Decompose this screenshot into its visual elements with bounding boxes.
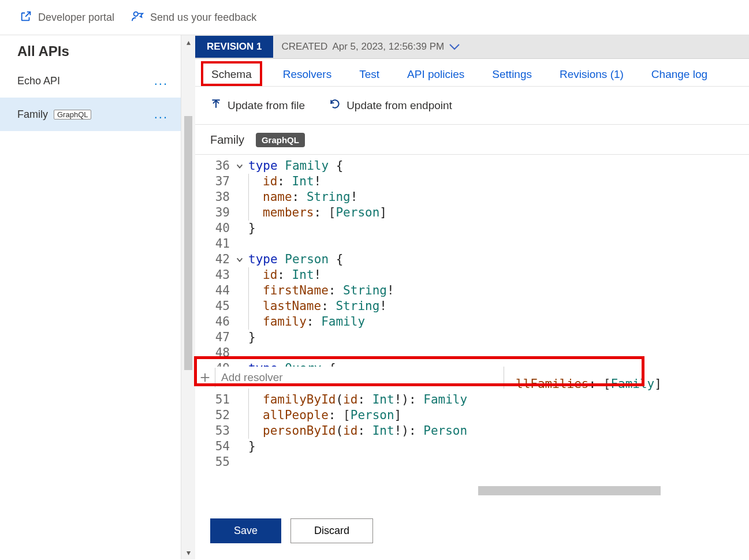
update-from-file-label: Update from file: [228, 99, 305, 112]
line-number: 41: [195, 236, 236, 252]
code-line[interactable]: 53personById(id: Int!): Person: [195, 423, 749, 439]
code-content: id: Int!: [263, 267, 321, 283]
update-from-endpoint-button[interactable]: Update from endpoint: [329, 98, 452, 113]
tab-bar: Schema Resolvers Test API policies Setti…: [195, 59, 749, 87]
revision-bar: REVISION 1 CREATED Apr 5, 2023, 12:56:39…: [195, 35, 749, 59]
line-number: 37: [195, 174, 236, 189]
update-from-endpoint-label: Update from endpoint: [346, 99, 452, 112]
line-number: 39: [195, 205, 236, 221]
line-number: 40: [195, 221, 236, 236]
code-content: }: [248, 221, 256, 236]
schema-title-row: Family GraphQL: [195, 125, 749, 155]
revision-created-value: Apr 5, 2023, 12:56:39 PM: [332, 41, 444, 53]
indent-guide: [248, 283, 256, 298]
feedback-link[interactable]: Send us your feedback: [131, 10, 256, 25]
code-content: }: [248, 439, 256, 454]
scroll-down-icon[interactable]: ▾: [187, 548, 191, 557]
update-from-file-button[interactable]: Update from file: [210, 98, 305, 113]
sidebar-item-echo-api[interactable]: Echo API ...: [0, 64, 181, 98]
line-number: 54: [195, 439, 236, 454]
code-line[interactable]: 51familyById(id: Int!): Family: [195, 392, 749, 408]
indent-guide: [248, 314, 256, 330]
code-content: allPeople: [Person]: [263, 408, 401, 423]
code-content: family: Family: [263, 314, 365, 330]
indent-guide: [248, 423, 256, 439]
main-panel: REVISION 1 CREATED Apr 5, 2023, 12:56:39…: [195, 35, 749, 559]
sidebar-item-family[interactable]: Family GraphQL ...: [0, 98, 181, 131]
editor-horizontal-scrollbar[interactable]: [478, 486, 661, 495]
code-content: lastName: String!: [263, 298, 387, 314]
code-line[interactable]: 55: [195, 454, 749, 470]
tab-test[interactable]: Test: [359, 67, 379, 86]
code-line[interactable]: 38name: String!: [195, 189, 749, 205]
code-line[interactable]: 43id: Int!: [195, 267, 749, 283]
tab-change-log[interactable]: Change log: [651, 67, 707, 86]
developer-portal-link[interactable]: Developer portal: [20, 10, 114, 25]
line-number: 44: [195, 283, 236, 298]
code-content: members: [Person]: [263, 205, 387, 221]
code-line[interactable]: 54}: [195, 439, 749, 454]
code-line[interactable]: 47}: [195, 330, 749, 345]
indent-guide: [248, 408, 256, 423]
indent-guide: [248, 392, 256, 408]
save-button[interactable]: Save: [210, 518, 281, 543]
code-line[interactable]: 42type Person {: [195, 252, 749, 267]
code-line[interactable]: 37id: Int!: [195, 174, 749, 189]
code-line[interactable]: 39members: [Person]: [195, 205, 749, 221]
fold-icon[interactable]: [236, 252, 248, 264]
indent-guide: [248, 298, 256, 314]
fold-icon[interactable]: [236, 159, 248, 170]
indent-guide: [248, 189, 256, 205]
code-line[interactable]: 52allPeople: [Person]: [195, 408, 749, 423]
indent-guide: [248, 174, 256, 189]
tab-resolvers[interactable]: Resolvers: [283, 67, 331, 86]
code-line[interactable]: 36type Family {: [195, 158, 749, 174]
scroll-thumb[interactable]: [184, 116, 192, 370]
code-line[interactable]: 48: [195, 345, 749, 361]
code-editor[interactable]: 36type Family {37id: Int!38name: String!…: [195, 155, 749, 470]
tab-schema[interactable]: Schema: [201, 61, 262, 86]
plus-icon[interactable]: [195, 371, 215, 384]
scroll-up-icon[interactable]: ▴: [187, 38, 191, 47]
schema-title: Family: [210, 133, 244, 147]
more-icon[interactable]: ...: [154, 73, 168, 88]
top-links-bar: Developer portal Send us your feedback: [0, 0, 749, 35]
code-line[interactable]: 41: [195, 236, 749, 252]
revision-badge[interactable]: REVISION 1: [195, 36, 273, 58]
feedback-icon: [131, 10, 144, 25]
chevron-down-icon: [449, 43, 460, 50]
tab-revisions[interactable]: Revisions (1): [560, 67, 624, 86]
code-content: familyById(id: Int!): Family: [263, 392, 467, 408]
code-line[interactable]: 44firstName: String!: [195, 283, 749, 298]
add-resolver-overlay[interactable]: Add resolver: [195, 367, 504, 389]
code-content: id: Int!: [263, 174, 321, 189]
feedback-label: Send us your feedback: [150, 12, 256, 24]
api-sidebar: All APIs Echo API ... Family GraphQL ...: [0, 35, 181, 559]
developer-portal-label: Developer portal: [38, 12, 114, 24]
sidebar-scrollbar[interactable]: ▴ ▾: [181, 35, 195, 559]
line-number: 38: [195, 189, 236, 205]
more-icon[interactable]: ...: [154, 107, 168, 122]
line-number: 48: [195, 345, 236, 361]
update-bar: Update from file Update from endpoint: [195, 87, 749, 125]
sidebar-heading: All APIs: [0, 35, 181, 64]
svg-point-0: [134, 12, 138, 16]
workspace: All APIs Echo API ... Family GraphQL ...…: [0, 35, 749, 559]
code-line[interactable]: 40}: [195, 221, 749, 236]
revision-created-label: CREATED: [281, 41, 327, 53]
code-content: firstName: String!: [263, 283, 394, 298]
line-number: 55: [195, 454, 236, 470]
external-link-icon: [20, 10, 32, 25]
tab-settings[interactable]: Settings: [492, 67, 532, 86]
indent-guide: [248, 267, 256, 283]
tab-api-policies[interactable]: API policies: [407, 67, 464, 86]
code-content: }: [248, 330, 256, 345]
line-number: 52: [195, 408, 236, 423]
refresh-icon: [329, 98, 341, 113]
discard-button[interactable]: Discard: [290, 518, 373, 543]
code-content: type Person {: [248, 252, 343, 267]
line-number: 53: [195, 423, 236, 439]
code-line[interactable]: 46family: Family: [195, 314, 749, 330]
revision-created[interactable]: CREATED Apr 5, 2023, 12:56:39 PM: [273, 41, 460, 53]
code-line[interactable]: 45lastName: String!: [195, 298, 749, 314]
